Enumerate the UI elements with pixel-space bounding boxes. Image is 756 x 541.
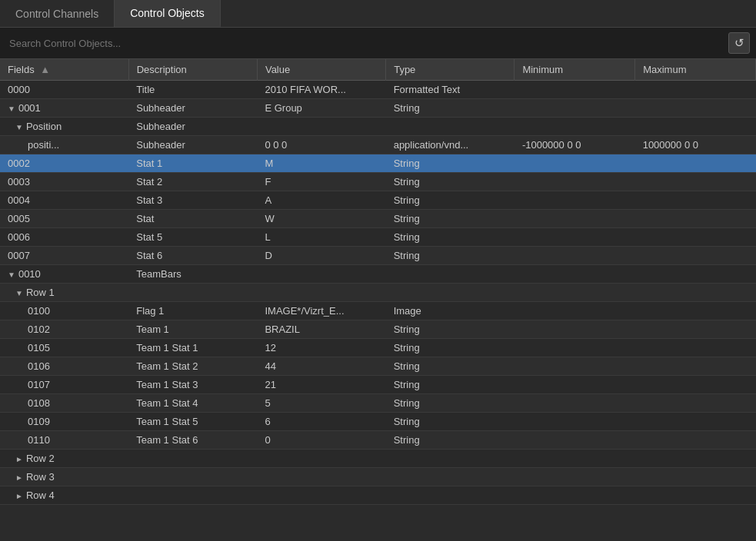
col-header-maximum[interactable]: Maximum <box>635 59 756 81</box>
table-row[interactable]: 0106Team 1 Stat 244String <box>0 357 756 376</box>
cell-field: 0003 <box>0 173 128 191</box>
cell-field: 0108 <box>0 394 128 413</box>
cell-minimum <box>515 302 635 320</box>
col-header-fields[interactable]: Fields ▲ <box>0 59 128 81</box>
toggle-icon[interactable]: ▼ <box>15 289 23 297</box>
cell-description: Subheader <box>128 118 257 136</box>
table-row[interactable]: ▼Row 1 <box>0 284 756 302</box>
col-header-type[interactable]: Type <box>386 59 515 81</box>
table-row[interactable]: 0006Stat 5LString <box>0 228 756 247</box>
cell-description: Stat 3 <box>128 191 257 210</box>
tab-control-channels[interactable]: Control Channels <box>0 0 115 27</box>
table-row[interactable]: 0007Stat 6DString <box>0 247 756 265</box>
cell-field: ►Row 3 <box>0 468 128 486</box>
table-header-row: Fields ▲ Description Value Type Minimum <box>0 59 756 81</box>
cell-value: 44 <box>257 357 385 376</box>
cell-type: String <box>386 210 515 228</box>
cell-maximum <box>635 394 756 413</box>
cell-value: 0 <box>257 431 385 450</box>
cell-value <box>257 265 385 284</box>
cell-field: ►Row 4 <box>0 486 128 505</box>
cell-value: M <box>257 154 385 173</box>
cell-field: positi... <box>0 136 128 154</box>
cell-minimum <box>515 118 635 136</box>
cell-maximum <box>635 118 756 136</box>
col-header-description[interactable]: Description <box>128 59 257 81</box>
cell-maximum <box>635 210 756 228</box>
cell-description: Title <box>128 81 257 99</box>
cell-field: ▼0010 <box>0 265 128 284</box>
cell-maximum <box>635 339 756 357</box>
cell-type <box>386 118 515 136</box>
cell-value: 21 <box>257 376 385 394</box>
table-row[interactable]: 0002Stat 1MString <box>0 154 756 173</box>
col-header-minimum[interactable]: Minimum <box>515 59 635 81</box>
cell-type: String <box>386 320 515 339</box>
cell-type <box>386 284 515 302</box>
cell-value <box>257 118 385 136</box>
tab-bar: Control Channels Control Objects <box>0 0 756 28</box>
cell-value: IMAGE*/Vizrt_E... <box>257 302 385 320</box>
tab-control-objects[interactable]: Control Objects <box>115 0 220 27</box>
table-row[interactable]: 0000Title2010 FIFA WOR...Formatted Text <box>0 81 756 99</box>
table-row[interactable]: ▼0010TeamBars <box>0 265 756 284</box>
table-row[interactable]: ▼PositionSubheader <box>0 118 756 136</box>
cell-value: E Group <box>257 99 385 118</box>
cell-field: 0002 <box>0 154 128 173</box>
toggle-icon[interactable]: ► <box>15 492 23 500</box>
cell-maximum <box>635 413 756 431</box>
cell-maximum <box>635 320 756 339</box>
search-input[interactable] <box>6 36 724 51</box>
cell-maximum <box>635 81 756 99</box>
table-row[interactable]: ►Row 3 <box>0 468 756 486</box>
table-row[interactable]: 0107Team 1 Stat 321String <box>0 376 756 394</box>
table-row[interactable]: 0109Team 1 Stat 56String <box>0 413 756 431</box>
cell-value: 5 <box>257 394 385 413</box>
table-row[interactable]: 0003Stat 2FString <box>0 173 756 191</box>
cell-type <box>386 450 515 468</box>
table-row[interactable]: 0102Team 1BRAZILString <box>0 320 756 339</box>
toggle-icon[interactable]: ▼ <box>8 270 15 279</box>
table-row[interactable]: 0100Flag 1IMAGE*/Vizrt_E...Image <box>0 302 756 320</box>
app-container: Control Channels Control Objects ↺ Field… <box>0 0 756 540</box>
cell-description <box>128 468 257 486</box>
cell-minimum <box>515 376 635 394</box>
cell-value: F <box>257 173 385 191</box>
cell-type <box>386 486 515 505</box>
cell-description: Subheader <box>128 99 257 118</box>
cell-type: String <box>386 191 515 210</box>
cell-maximum <box>635 284 756 302</box>
cell-maximum <box>635 154 756 173</box>
cell-minimum <box>515 486 635 505</box>
table-row[interactable]: 0108Team 1 Stat 45String <box>0 394 756 413</box>
cell-type <box>386 265 515 284</box>
cell-type: String <box>386 431 515 450</box>
refresh-button[interactable]: ↺ <box>728 32 750 54</box>
cell-value: 12 <box>257 339 385 357</box>
toggle-icon[interactable]: ► <box>15 473 23 482</box>
cell-minimum <box>515 320 635 339</box>
cell-maximum <box>635 191 756 210</box>
toggle-icon[interactable]: ► <box>15 455 23 463</box>
table-row[interactable]: ►Row 2 <box>0 450 756 468</box>
cell-maximum <box>635 450 756 468</box>
cell-description: Stat 2 <box>128 173 257 191</box>
table-row[interactable]: 0005StatWString <box>0 210 756 228</box>
cell-minimum <box>515 431 635 450</box>
cell-description <box>128 486 257 505</box>
table-row[interactable]: 0105Team 1 Stat 112String <box>0 339 756 357</box>
cell-maximum <box>635 302 756 320</box>
table-row[interactable]: 0004Stat 3AString <box>0 191 756 210</box>
toggle-icon[interactable]: ▼ <box>15 123 23 131</box>
cell-minimum <box>515 265 635 284</box>
col-header-value[interactable]: Value <box>257 59 385 81</box>
table-row[interactable]: positi...Subheader0 0 0application/vnd..… <box>0 136 756 154</box>
cell-description: Stat 5 <box>128 228 257 247</box>
table-row[interactable]: 0110Team 1 Stat 60String <box>0 431 756 450</box>
toggle-icon[interactable]: ▼ <box>8 105 15 113</box>
search-bar: ↺ <box>0 28 756 59</box>
table-row[interactable]: ▼0001SubheaderE GroupString <box>0 99 756 118</box>
table-row[interactable]: ►Row 4 <box>0 486 756 505</box>
cell-field: ▼Position <box>0 118 128 136</box>
cell-description <box>128 284 257 302</box>
